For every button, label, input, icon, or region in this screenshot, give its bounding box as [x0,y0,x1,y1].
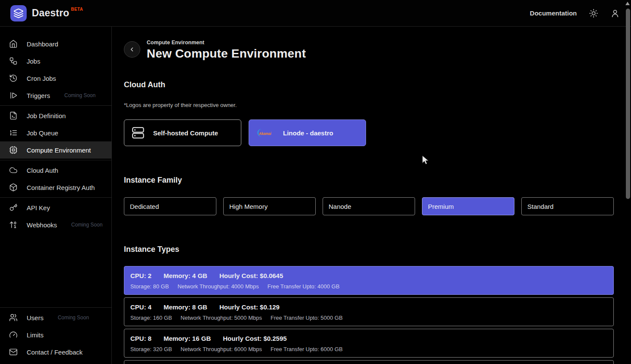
sidebar-item-job-queue[interactable]: Job Queue [0,124,111,141]
family-option-dedicated[interactable]: Dedicated [124,197,216,215]
page-title: New Compute Environment [147,47,306,61]
sidebar-item-jobs[interactable]: Jobs [0,52,111,70]
sidebar-item-limits[interactable]: Limits [0,326,111,343]
list-ordered-icon [9,128,18,137]
file-code-icon [9,111,18,120]
instance-family-heading: Instance Family [124,176,614,185]
mail-icon [9,348,18,356]
memory-value: Memory: 8 GB [163,303,207,311]
transfer-value: Free Transfer Upto: 4000 GB [268,283,340,290]
hourly-cost-value: Hourly Cost: $0.2595 [223,335,286,342]
sidebar-item-dashboard[interactable]: Dashboard [0,35,111,52]
user-icon [610,9,620,18]
hourly-cost-value: Hourly Cost: $0.129 [219,303,280,311]
memory-value: Memory: 4 GB [163,272,207,279]
sidebar-item-webhooks[interactable]: Webhooks Coming Soon [0,216,111,233]
coming-soon-badge: Coming Soon [71,222,103,228]
network-value: Network Throughput: 4000 Mbps [178,283,259,290]
instance-type-row[interactable]: CPU: 8 Memory: 16 GB Hourly Cost: $0.259… [124,329,614,358]
workflow-icon [9,57,18,65]
sidebar-item-label: Contact / Feedback [27,349,83,356]
sidebar: Dashboard Jobs Cron Jobs Triggers Coming… [0,27,112,364]
family-option-label: Standard [527,203,554,210]
layers-icon [13,8,24,18]
app-logo[interactable] [10,5,27,21]
arrow-up-01-icon [9,220,18,229]
storage-value: Storage: 80 GB [130,283,169,290]
family-option-standard[interactable]: Standard [521,197,614,215]
sidebar-item-label: Container Registry Auth [27,184,95,191]
brand-name: Daestro [32,7,69,19]
sidebar-item-label: Users [27,314,43,321]
sidebar-item-label: Compute Environment [27,147,91,154]
documentation-link[interactable]: Documentation [530,9,577,17]
hourly-cost-value: Hourly Cost: $0.0645 [219,272,283,279]
main-content: Compute Environment New Compute Environm… [112,27,631,364]
sun-icon [589,9,598,18]
memory-value: Memory: 16 GB [163,335,211,342]
family-option-label: Nanode [329,203,351,210]
storage-value: Storage: 160 GB [130,315,172,321]
instance-type-row[interactable]: CPU: 2 Memory: 4 GB Hourly Cost: $0.0645… [124,266,614,295]
cloud-auth-option-label: Linode - daestro [283,129,333,137]
sidebar-item-users[interactable]: Users Coming Soon [0,309,111,326]
gauge-icon [9,330,18,339]
cpu-icon [9,146,18,154]
cloud-auth-option-linode[interactable]: Akamai Linode - daestro [249,119,366,146]
sidebar-item-label: Limits [27,331,43,339]
cloud-auth-option-self-hosted[interactable]: Self-hosted Compute [124,119,241,146]
cpu-value: CPU: 4 [130,303,151,311]
sidebar-item-triggers[interactable]: Triggers Coming Soon [0,87,111,104]
sidebar-item-job-definition[interactable]: Job Definition [0,107,111,124]
sidebar-item-label: Cloud Auth [27,167,58,174]
family-option-high-memory[interactable]: High Memory [223,197,316,215]
instance-type-row[interactable]: CPU: 4 Memory: 8 GB Hourly Cost: $0.129 … [124,297,614,326]
family-option-label: High Memory [229,203,268,210]
play-trigger-icon [9,91,18,100]
family-option-nanode[interactable]: Nanode [323,197,415,215]
scrollbar-top-cap[interactable] [625,2,630,5]
sidebar-item-container-registry-auth[interactable]: Container Registry Auth [0,179,111,196]
cron-history-icon [9,74,18,83]
coming-soon-badge: Coming Soon [64,92,95,98]
instance-types-heading: Instance Types [124,245,614,254]
family-option-label: Dedicated [130,203,159,210]
breadcrumb: Compute Environment [147,40,306,46]
cpu-value: CPU: 2 [130,272,151,279]
sidebar-divider [0,105,111,106]
back-button[interactable] [124,41,140,58]
family-option-premium[interactable]: Premium [422,197,514,215]
server-icon [131,125,145,140]
key-icon [9,203,18,212]
package-icon [9,183,18,192]
sidebar-item-label: Webhooks [27,221,57,229]
account-button[interactable] [610,9,620,18]
network-value: Network Throughput: 6000 Mbps [181,346,262,352]
cloud-auth-heading: Cloud Auth [124,80,614,89]
chevron-left-icon [128,46,136,53]
cloud-icon [9,166,18,174]
sidebar-divider [0,160,111,160]
storage-value: Storage: 320 GB [130,346,172,352]
sidebar-item-label: Triggers [27,92,50,99]
theme-toggle-button[interactable] [589,9,598,18]
sidebar-item-cron-jobs[interactable]: Cron Jobs [0,70,111,87]
sidebar-item-label: Dashboard [27,40,58,48]
sidebar-item-cloud-auth[interactable]: Cloud Auth [0,162,111,179]
scrollbar-thumb[interactable] [626,9,630,199]
sidebar-item-label: Job Definition [27,112,66,119]
sidebar-item-api-key[interactable]: API Key [0,199,111,216]
sidebar-item-label: API Key [27,204,50,211]
sidebar-item-label: Jobs [27,58,40,65]
network-value: Network Throughput: 5000 Mbps [181,315,262,321]
users-icon [9,313,18,322]
sidebar-item-contact-feedback[interactable]: Contact / Feedback [0,343,111,361]
sidebar-item-label: Cron Jobs [27,75,56,82]
cloud-auth-option-label: Self-hosted Compute [153,129,218,137]
sidebar-item-compute-environment[interactable]: Compute Environment [0,141,111,159]
transfer-value: Free Transfer Upto: 6000 GB [271,346,343,352]
instance-type-row-partial[interactable] [124,360,614,364]
sidebar-item-label: Job Queue [27,129,58,137]
family-option-label: Premium [428,203,454,210]
akamai-logo: Akamai [255,128,275,138]
